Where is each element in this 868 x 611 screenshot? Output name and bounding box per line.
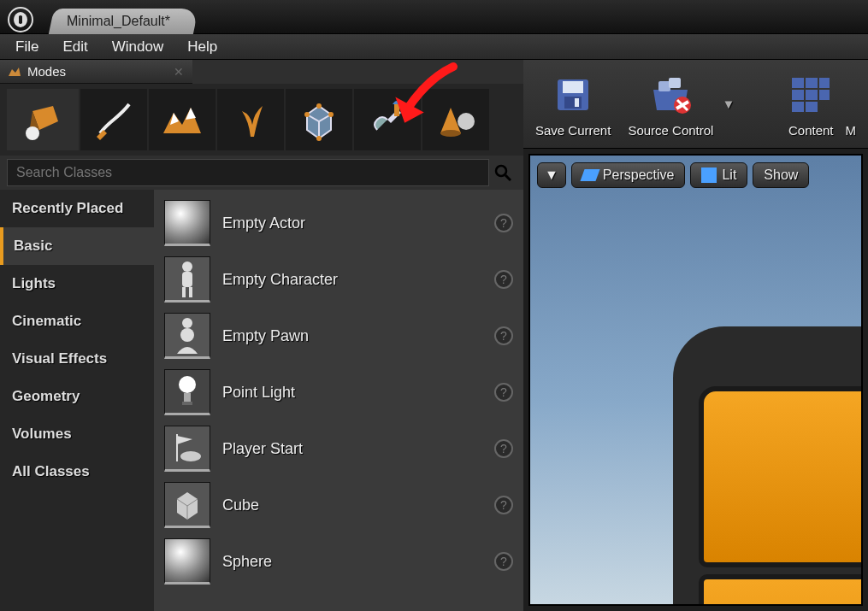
- flag-icon: [164, 426, 210, 472]
- cat-volumes[interactable]: Volumes: [0, 415, 154, 453]
- actor-sphere[interactable]: Sphere ?: [157, 533, 520, 590]
- lit-label: Lit: [722, 167, 736, 183]
- svg-rect-32: [792, 78, 804, 88]
- mode-landscape[interactable]: [149, 89, 216, 150]
- svg-point-0: [9, 8, 32, 32]
- paint-mode-icon: [90, 96, 138, 144]
- cat-visual-effects[interactable]: Visual Effects: [0, 340, 154, 378]
- mesh-paint-mode-icon: [363, 96, 411, 144]
- modes-close-icon[interactable]: ✕: [174, 65, 184, 79]
- svg-rect-27: [669, 78, 681, 88]
- svg-rect-33: [806, 78, 818, 88]
- actor-label: Point Light: [222, 384, 482, 402]
- cat-geometry[interactable]: Geometry: [0, 378, 154, 415]
- toolbar-more[interactable]: M: [846, 70, 857, 138]
- mode-cone[interactable]: [422, 89, 489, 150]
- actor-list[interactable]: Empty Actor ? Empty Character ? Empty Pa…: [154, 190, 523, 611]
- svg-rect-36: [806, 90, 818, 100]
- chevron-down-icon[interactable]: ▼: [722, 97, 735, 111]
- modes-header-icon: [7, 64, 22, 79]
- actor-empty-actor[interactable]: Empty Actor ?: [157, 195, 520, 251]
- lit-icon: [701, 167, 717, 183]
- search-row: [0, 156, 523, 190]
- search-button[interactable]: [489, 159, 517, 186]
- svg-rect-19: [182, 402, 192, 405]
- content-button[interactable]: Content: [788, 70, 834, 138]
- modes-panel: Modes ✕: [0, 60, 523, 611]
- help-icon[interactable]: ?: [494, 326, 513, 345]
- unreal-logo-icon: [7, 6, 34, 33]
- toolbar-more-label: M: [846, 123, 857, 138]
- svg-point-1: [26, 126, 39, 140]
- svg-rect-39: [806, 102, 818, 112]
- cat-all-classes[interactable]: All Classes: [0, 453, 154, 491]
- modes-panel-title: Modes: [27, 64, 66, 79]
- menu-window[interactable]: Window: [112, 38, 163, 56]
- svg-rect-35: [792, 90, 804, 100]
- svg-rect-18: [184, 393, 191, 402]
- search-icon: [494, 164, 511, 181]
- perspective-label: Perspective: [603, 167, 675, 183]
- mode-foliage[interactable]: [217, 89, 284, 150]
- viewport-show[interactable]: Show: [753, 162, 809, 188]
- help-icon[interactable]: ?: [494, 214, 513, 232]
- svg-rect-6: [394, 104, 399, 116]
- svg-line-10: [505, 175, 511, 180]
- title-bar: Minimal_Default*: [0, 0, 868, 34]
- svg-point-15: [182, 318, 192, 328]
- mode-toolbar: [0, 84, 523, 156]
- actor-empty-character[interactable]: Empty Character ?: [157, 251, 520, 308]
- actor-label: Empty Actor: [222, 214, 482, 232]
- svg-point-5: [316, 136, 322, 141]
- document-tab-label: Minimal_Default*: [67, 14, 170, 29]
- actor-label: Empty Pawn: [222, 327, 482, 345]
- viewport-scene-object: [673, 326, 863, 606]
- source-control-label: Source Control: [628, 123, 713, 138]
- geometry-mode-icon: [295, 96, 343, 144]
- place-mode-icon: [19, 96, 67, 144]
- viewport-perspective[interactable]: Perspective: [571, 162, 686, 188]
- svg-point-11: [182, 261, 192, 272]
- menu-edit[interactable]: Edit: [62, 38, 87, 56]
- cat-basic[interactable]: Basic: [0, 227, 154, 265]
- cat-lights[interactable]: Lights: [0, 265, 154, 303]
- actor-label: Cube: [222, 496, 482, 514]
- save-label: Save Current: [535, 123, 611, 138]
- source-control-button[interactable]: Source Control ▼: [628, 70, 735, 138]
- svg-point-4: [316, 103, 322, 109]
- document-tab[interactable]: Minimal_Default*: [49, 9, 198, 34]
- perspective-icon: [580, 169, 599, 181]
- light-icon: [164, 369, 210, 415]
- actor-cube[interactable]: Cube ?: [157, 477, 520, 533]
- help-icon[interactable]: ?: [494, 270, 513, 289]
- svg-rect-14: [189, 287, 192, 297]
- help-icon[interactable]: ?: [494, 439, 513, 458]
- viewport-options[interactable]: ▼: [537, 162, 566, 188]
- viewport[interactable]: ▼ Perspective Lit Show: [528, 154, 863, 606]
- modes-panel-header[interactable]: Modes ✕: [0, 60, 192, 84]
- source-control-icon: [647, 73, 694, 117]
- mode-place[interactable]: [7, 89, 79, 150]
- show-label: Show: [764, 167, 798, 183]
- svg-point-21: [180, 451, 201, 461]
- help-icon[interactable]: ?: [494, 552, 513, 571]
- menu-help[interactable]: Help: [187, 38, 217, 56]
- save-button[interactable]: Save Current: [535, 70, 611, 138]
- help-icon[interactable]: ?: [494, 496, 513, 514]
- actor-player-start[interactable]: Player Start ?: [157, 420, 520, 477]
- svg-point-9: [496, 166, 506, 176]
- mode-mesh-paint[interactable]: [354, 89, 421, 150]
- cat-recently-placed[interactable]: Recently Placed: [0, 190, 154, 227]
- svg-point-16: [180, 328, 194, 342]
- viewport-lit[interactable]: Lit: [690, 162, 747, 188]
- actor-point-light[interactable]: Point Light ?: [157, 364, 520, 420]
- actor-empty-pawn[interactable]: Empty Pawn ?: [157, 308, 520, 364]
- help-icon[interactable]: ?: [494, 383, 513, 402]
- menu-file[interactable]: File: [15, 38, 38, 56]
- svg-rect-25: [575, 98, 579, 107]
- mode-paint[interactable]: [80, 89, 147, 150]
- svg-rect-38: [792, 102, 804, 112]
- mode-geometry[interactable]: [286, 89, 352, 150]
- cat-cinematic[interactable]: Cinematic: [0, 303, 154, 340]
- search-input[interactable]: [7, 159, 489, 186]
